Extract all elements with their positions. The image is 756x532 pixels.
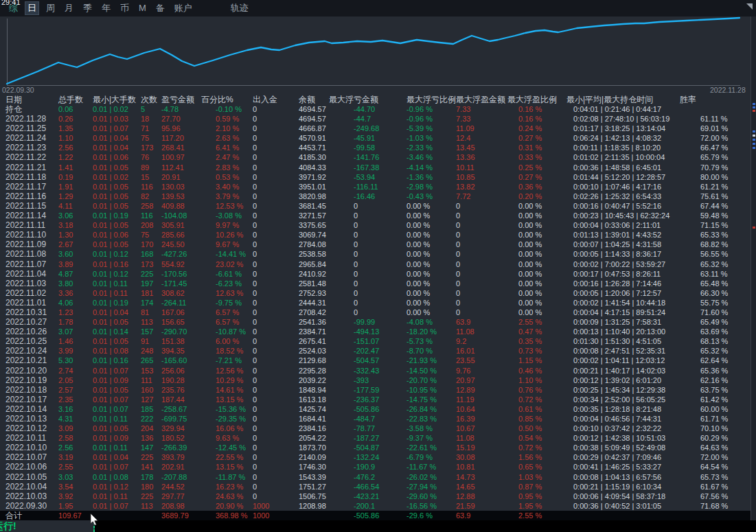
column-header[interactable]: 总手数 (58, 95, 93, 104)
table-row[interactable]: 2022.11.044.870.01 | 0.12225-170.56-6.61… (0, 269, 756, 279)
column-header[interactable]: 最大浮亏比例 (403, 95, 456, 104)
cell: 2708.42 (293, 308, 329, 317)
table-row[interactable]: 2022.11.241.100.01 | 0.0475117.202.63 %0… (0, 133, 756, 143)
column-header[interactable]: 最小|平均|最大持仓时间 (566, 95, 680, 104)
cell: 0.31 % (507, 143, 566, 152)
table-row[interactable]: 2022.11.113.180.01 | 0.05208305.919.97 %… (0, 220, 756, 230)
cell: 23.02 % (201, 259, 251, 269)
cell: 0.00 % (403, 201, 456, 211)
tab-轨迹[interactable]: 轨迹 (229, 2, 251, 14)
cell: 0.01 | 0.16 (93, 356, 141, 365)
cell: 0 (329, 288, 403, 298)
cell: -11.87 % (201, 472, 251, 482)
tab-月[interactable]: 月 (62, 2, 76, 14)
table-row[interactable]: 2022.10.043.540.01 | 0.12180244.5216.23 … (0, 482, 756, 491)
table-row[interactable]: 2022.11.232.560.01 | 0.04173268.416.41 %… (0, 143, 756, 152)
table-row[interactable]: 2022.10.172.350.01 | 0.07127187.4413.15 … (0, 395, 756, 404)
table-row[interactable]: 2022.10.143.160.01 | 0.07185-258.67-15.3… (0, 404, 756, 414)
cell: 190.28 (161, 375, 201, 385)
table-row[interactable]: 2022.10.263.070.01 | 0.14157-290.70-10.8… (0, 327, 756, 336)
table-row[interactable]: 2022.10.073.190.01 | 0.04225393.7922.55 … (0, 452, 756, 462)
cell: 7.72 (456, 192, 507, 201)
collapse-panel-icon[interactable] (746, 3, 753, 10)
table-row[interactable]: 2022.11.211.410.01 | 0.0589112.412.83 %0… (0, 163, 756, 172)
table-row[interactable]: 2022.11.180.190.01 | 0.021520.910.53 %03… (0, 172, 756, 182)
cell: 0.00 % (507, 269, 566, 279)
cell: 63.11 % (680, 269, 756, 279)
column-header[interactable]: 胜率 (680, 95, 756, 104)
table-row[interactable]: 2022.11.171.910.01 | 0.05116130.033.40 %… (0, 182, 756, 192)
tab-币[interactable]: 币 (118, 2, 131, 14)
cell: 0.01 | 0.06 (93, 152, 141, 162)
cell: 1684.41 (293, 414, 329, 424)
table-row[interactable]: 2022.11.143.060.01 | 0.19116-104.08-3.08… (0, 211, 756, 220)
table-row[interactable]: 持仓0.060.01 | 0.025-4.78-0.10 %04694.57-4… (0, 104, 756, 114)
table-row[interactable]: 2022.10.112.580.01 | 0.09136180.529.63 %… (0, 433, 756, 443)
tab-年[interactable]: 年 (100, 2, 113, 14)
table-row[interactable]: 2022.10.311.230.01 | 0.0481167.066.57 %0… (0, 308, 756, 317)
table-row[interactable]: 2022.10.033.920.01 | 0.11225297.7724.63 … (0, 491, 756, 501)
table-row[interactable]: 2022.10.251.460.01 | 0.0591151.386.00 %0… (0, 336, 756, 346)
cell: 62.16 % (680, 375, 756, 385)
table-row[interactable]: 2022.11.083.600.01 | 0.12168-427.26-14.4… (0, 249, 756, 259)
column-header[interactable]: 盈亏金额 (161, 95, 201, 104)
scrollbar-strip[interactable] (751, 16, 756, 532)
column-header[interactable]: 日期 (0, 95, 58, 104)
table-row[interactable]: 2022.10.123.090.01 | 0.05204329.9416.06 … (0, 424, 756, 433)
tab-日[interactable]: 日 (25, 2, 38, 14)
column-header[interactable]: 出入金 (251, 95, 293, 104)
table-row[interactable]: 2022.11.154.110.01 | 0.05258409.8812.53 … (0, 201, 756, 211)
total-row[interactable]: 合计109.673689.79368.98 %1000-505.86-29.6 … (0, 511, 756, 520)
table-row[interactable]: 2022.11.023.360.01 | 0.11181308.6212.63 … (0, 288, 756, 298)
column-header[interactable]: 次数 (141, 95, 161, 104)
cell: 0.01 | 0.07 (93, 404, 141, 414)
tab-备[interactable]: 备 (154, 2, 167, 14)
table-row[interactable]: 2022.10.134.310.01 | 0.11222-699.75-29.3… (0, 414, 756, 424)
cell: 0:00:16 | 0:40:47 | 5:52:16 (566, 201, 680, 211)
cell: -258.67 (161, 404, 201, 414)
table-row[interactable]: 2022.11.014.060.01 | 0.19174-264.11-9.75… (0, 298, 756, 308)
cell: -6.61 % (201, 269, 251, 279)
table-row[interactable]: 2022.10.202.740.01 | 0.07153256.0612.56 … (0, 366, 756, 375)
table-row[interactable]: 2022.11.033.800.01 | 0.11197-171.45-6.23… (0, 279, 756, 288)
cell: 18 (141, 114, 161, 124)
table-row[interactable]: 2022.11.280.260.01 | 0.031827.700.59 %04… (0, 114, 756, 124)
tab-账户[interactable]: 账户 (172, 2, 194, 14)
column-header[interactable]: 最大浮盈比例 (507, 95, 566, 104)
table-row[interactable]: 2022.09.301.950.01 | 0.07113208.9820.90 … (0, 501, 756, 511)
cell: 0 (251, 152, 293, 162)
table-row[interactable]: 2022.10.271.780.01 | 0.05113156.656.57 %… (0, 317, 756, 327)
column-header[interactable]: 百分比% (201, 95, 251, 104)
chart-start-date: 022.09.30 (2, 86, 34, 94)
table-row[interactable]: 2022.10.062.550.01 | 0.07141202.9113.15 … (0, 462, 756, 472)
table-row[interactable]: 2022.10.215.300.01 | 0.16265-165.60-7.21… (0, 356, 756, 365)
table-row[interactable]: 2022.11.073.890.01 | 0.16173554.9223.02 … (0, 259, 756, 269)
cell: 9.67 % (201, 240, 251, 249)
column-header[interactable]: 最小|大手数 (93, 95, 141, 104)
table-row[interactable]: 2022.10.192.050.01 | 0.09111190.2810.29 … (0, 375, 756, 385)
tab-M[interactable]: M (137, 2, 148, 14)
cell: 0.01 | 0.07 (93, 366, 141, 375)
cell: 1000 (251, 501, 293, 511)
column-header[interactable]: 最大浮盈金额 (456, 95, 507, 104)
command-input-area[interactable] (94, 520, 756, 532)
cell: 4694.57 (293, 114, 329, 124)
table-row[interactable]: 2022.10.053.030.01 | 0.08178-207.88-11.8… (0, 472, 756, 482)
table-row[interactable]: 2022.11.101.300.01 | 0.0675285.6610.26 %… (0, 230, 756, 240)
table-row[interactable]: 2022.11.251.350.01 | 0.077195.962.10 %04… (0, 124, 756, 133)
tab-季[interactable]: 季 (81, 2, 94, 14)
scroll-mark (753, 103, 755, 105)
cell: 2022.10.19 (0, 375, 58, 385)
table-row[interactable]: 2022.11.092.670.01 | 0.05170245.509.67 %… (0, 240, 756, 249)
tab-周[interactable]: 周 (44, 2, 57, 14)
cell: 0 (251, 424, 293, 433)
cell: -16.56 % (403, 501, 456, 511)
cell: 0:00:35 | 1:28:18 | 8:21:48 (566, 404, 680, 414)
table-row[interactable]: 2022.10.182.570.01 | 0.05160235.7614.61 … (0, 385, 756, 395)
column-header[interactable]: 余额 (293, 95, 329, 104)
column-header[interactable]: 最大浮亏金额 (329, 95, 403, 104)
table-row[interactable]: 2022.11.221.220.01 | 0.0676100.972.47 %0… (0, 152, 756, 162)
table-row[interactable]: 2022.10.243.990.01 | 0.08248394.3518.52 … (0, 346, 756, 356)
table-row[interactable]: 2022.11.161.290.01 | 0.0582139.533.79 %0… (0, 192, 756, 201)
table-row[interactable]: 2022.10.102.560.01 | 0.11147-266.39-12.4… (0, 443, 756, 452)
